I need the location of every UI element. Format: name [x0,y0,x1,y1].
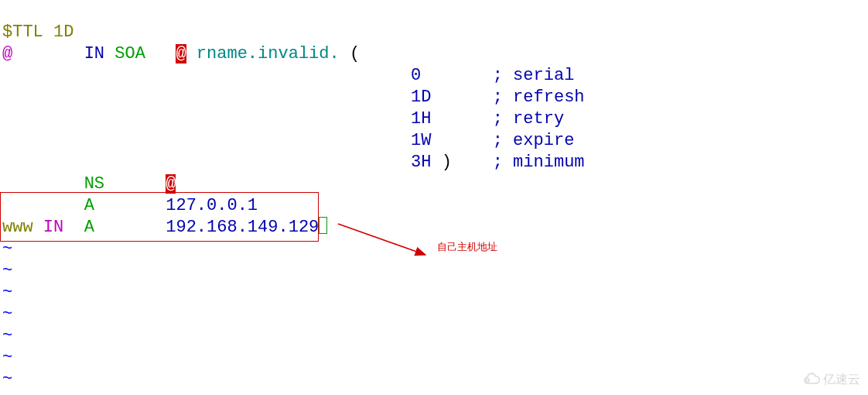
tilde-line: ~ [2,391,12,395]
cloud-icon [803,373,820,386]
minimum-value: 3H [411,153,431,172]
line-minimum: 3H ) ; minimum [2,153,585,172]
line-ns: NS @ [2,174,176,194]
tilde-line: ~ [2,239,12,259]
svg-point-1 [806,379,809,382]
a1-keyword: A [84,196,94,215]
retry-label: ; retry [493,109,564,129]
expire-value: 1W [411,131,431,150]
soa-origin-at: @ [2,44,12,64]
www-name: www [2,218,33,237]
refresh-value: 1D [411,88,431,107]
expire-label: ; expire [493,131,575,150]
line-a-local: A 127.0.0.1 [2,196,258,215]
tilde-line: ~ [2,369,12,389]
line-refresh: 1D ; refresh [2,88,585,107]
tilde-line: ~ [2,326,12,345]
www-address: 192.168.149.129 [166,218,319,237]
ns-keyword: NS [84,174,104,194]
line-expire: 1W ; expire [2,131,574,150]
a1-address: 127.0.0.1 [166,196,258,215]
tilde-line: ~ [2,283,12,302]
soa-at-icon: @ [176,44,186,64]
soa-class: IN [84,44,104,64]
open-paren: ( [350,44,360,64]
line-retry: 1H ; retry [2,109,564,129]
www-class: IN [43,218,63,237]
watermark-text: 亿速云 [823,369,860,390]
retry-value: 1H [411,109,431,129]
annotation-label: 自己主机地址 [437,236,497,258]
editor-content: $TTL 1D @ IN SOA @ rname.invalid. ( 0 ; … [0,0,587,395]
serial-value: 0 [411,66,421,85]
refresh-label: ; refresh [493,88,585,107]
watermark: 亿速云 [803,369,860,390]
tilde-line: ~ [2,261,12,280]
tilde-line: ~ [2,304,12,324]
line-serial: 0 ; serial [2,66,574,85]
ttl-directive: $TTL 1D [2,22,73,42]
tilde-line: ~ [2,348,12,367]
minimum-label: ; minimum [493,153,585,172]
line-www: www IN A 192.168.149.129 [2,218,327,237]
www-keyword: A [84,218,94,237]
serial-label: ; serial [493,66,575,85]
soa-rname: rname.invalid. [196,44,340,64]
line-ttl: $TTL 1D [2,22,73,42]
cursor-icon [319,217,327,234]
soa-keyword: SOA [114,44,145,64]
line-soa: @ IN SOA @ rname.invalid. ( [2,44,360,64]
close-paren: ) [442,153,452,172]
ns-at-icon: @ [166,174,176,194]
